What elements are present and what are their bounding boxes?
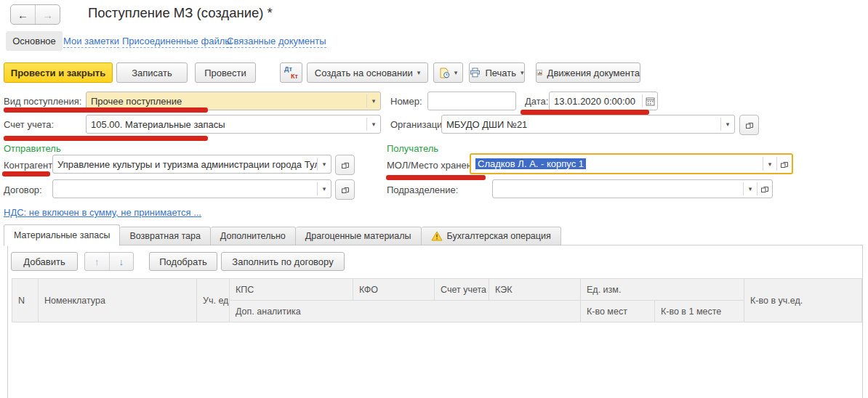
chevron-down-icon: ▾ bbox=[521, 70, 524, 76]
date-label: Дата: bbox=[525, 96, 548, 107]
move-up-button[interactable]: ↑ bbox=[85, 253, 110, 270]
dropdown-icon[interactable]: ▾ bbox=[367, 121, 380, 128]
col-header-qty-per-place: К-во в 1 месте bbox=[655, 301, 744, 322]
organization-field[interactable]: МБУДО ДШИ №21 ▾ bbox=[441, 115, 735, 134]
chevron-down-icon: ▾ bbox=[417, 70, 421, 76]
number-field[interactable] bbox=[427, 92, 516, 110]
mol-open-button[interactable] bbox=[777, 160, 792, 168]
counterparty-field[interactable]: Управление культуры и туризма администра… bbox=[52, 155, 331, 174]
back-button[interactable]: ← bbox=[11, 5, 36, 24]
col-header-kek: КЭК bbox=[489, 279, 581, 301]
fill-by-contract-button[interactable]: Заполнить по договору bbox=[221, 252, 345, 271]
department-field[interactable]: ▾ bbox=[492, 179, 773, 198]
col-header-account: Счет учета bbox=[435, 279, 489, 301]
annotation-underline-counterparty bbox=[2, 171, 50, 176]
contract-label: Договор: bbox=[4, 184, 42, 195]
annotation-underline-account bbox=[4, 136, 208, 141]
scheduled-document-button[interactable]: ▾ bbox=[433, 62, 463, 83]
col-header-n: N bbox=[12, 279, 39, 322]
dropdown-icon[interactable]: ▾ bbox=[721, 121, 734, 128]
tab-material-stocks[interactable]: Материальные запасы bbox=[4, 224, 120, 246]
open-icon bbox=[780, 160, 789, 168]
document-clock-icon bbox=[439, 68, 450, 78]
open-icon bbox=[760, 184, 769, 193]
annotation-underline-receipt-type bbox=[4, 107, 208, 113]
back-arrow-icon: ← bbox=[17, 9, 28, 21]
chevron-down-icon: ▾ bbox=[454, 70, 458, 76]
move-row-buttons: ↑ ↓ bbox=[84, 252, 134, 271]
tab-accounting-operation[interactable]: Бухгалтерская операция bbox=[422, 227, 561, 245]
move-down-button[interactable]: ↓ bbox=[110, 253, 134, 270]
col-header-ed-izm: Ед. изм. bbox=[581, 279, 744, 301]
document-tabs: Материальные запасы Возвратная тара Допо… bbox=[4, 224, 561, 245]
post-button[interactable]: Провести bbox=[195, 62, 256, 83]
page-title: Поступление МЗ (создание) * bbox=[88, 5, 273, 21]
col-header-nomenclature: Номенклатура bbox=[39, 279, 197, 322]
contract-open-button[interactable] bbox=[335, 179, 355, 200]
receipt-type-label: Вид поступления: bbox=[4, 96, 81, 107]
dropdown-icon[interactable]: ▾ bbox=[367, 97, 380, 105]
create-based-on-button[interactable]: Создать на основании ▾ bbox=[307, 62, 428, 83]
print-button[interactable]: Печать ▾ bbox=[469, 62, 525, 83]
open-icon bbox=[745, 121, 754, 129]
department-label: Подразделение: bbox=[387, 184, 458, 195]
material-stocks-panel: Добавить ↑ ↓ Подобрать Заполнить по дого… bbox=[7, 245, 863, 398]
department-open-button[interactable] bbox=[758, 184, 772, 193]
tab-precious-materials[interactable]: Драгоценные материалы bbox=[296, 227, 422, 245]
forward-button[interactable]: → bbox=[36, 5, 60, 24]
annotation-underline-mol bbox=[386, 175, 486, 180]
kt-icon: Кт bbox=[291, 73, 298, 80]
post-and-close-button[interactable]: Провести и закрыть bbox=[4, 62, 113, 83]
open-icon bbox=[341, 185, 350, 194]
tab-additional[interactable]: Дополнительно bbox=[211, 227, 296, 245]
annotation-underline-date bbox=[521, 110, 649, 115]
movements-chart-icon bbox=[537, 68, 543, 78]
save-button[interactable]: Записать bbox=[116, 62, 188, 83]
pick-button[interactable]: Подобрать bbox=[149, 252, 217, 271]
document-window: ← → Поступление МЗ (создание) * Основное… bbox=[0, 0, 868, 398]
col-header-uch-ed: Уч. ед. bbox=[197, 279, 230, 322]
account-label: Счет учета: bbox=[4, 119, 54, 130]
organization-open-button[interactable] bbox=[739, 115, 759, 135]
arrow-down-icon: ↓ bbox=[119, 256, 124, 267]
dropdown-icon[interactable]: ▾ bbox=[318, 185, 331, 192]
sender-section-header: Отправитель bbox=[4, 143, 61, 154]
selected-text: Сладков Л. А. - корпус 1 bbox=[475, 158, 586, 169]
document-movements-button[interactable]: Движения документа bbox=[536, 62, 640, 83]
nav-link-attached-files[interactable]: Присоединенные файлы bbox=[122, 36, 232, 48]
counterparty-label: Контрагент: bbox=[4, 160, 55, 171]
nav-link-related-documents[interactable]: Связанные документы bbox=[227, 36, 326, 48]
receiver-section-header: Получатель bbox=[387, 143, 438, 154]
dtkt-button[interactable]: Дт Кт bbox=[280, 62, 302, 83]
nav-tab-main[interactable]: Основное bbox=[6, 31, 63, 51]
mol-storage-field[interactable]: Сладков Л. А. - корпус 1 ▾ bbox=[470, 153, 793, 174]
dropdown-icon[interactable]: ▾ bbox=[763, 161, 776, 168]
open-icon bbox=[341, 161, 350, 169]
dt-icon: Дт bbox=[284, 65, 292, 73]
calendar-button[interactable] bbox=[643, 97, 657, 106]
items-table: N Номенклатура Уч. ед. КПС КФО Счет учет… bbox=[12, 278, 862, 322]
dropdown-icon[interactable]: ▾ bbox=[744, 185, 757, 192]
arrow-up-icon: ↑ bbox=[95, 256, 100, 267]
date-field[interactable]: 13.01.2020 0:00:00 bbox=[549, 92, 658, 110]
forward-arrow-icon: → bbox=[42, 9, 53, 21]
col-header-kps: КПС bbox=[230, 279, 353, 301]
tab-returnable-packaging[interactable]: Возвратная тара bbox=[120, 227, 210, 245]
col-header-qty-places: К-во мест bbox=[581, 301, 655, 322]
contract-field[interactable]: ▾ bbox=[52, 179, 331, 198]
number-label: Номер: bbox=[390, 96, 422, 107]
col-header-qty-uch-ed: К-во в уч.ед. bbox=[744, 279, 862, 322]
col-header-kfo: КФО bbox=[353, 279, 435, 301]
calendar-icon bbox=[646, 97, 655, 106]
printer-icon bbox=[470, 68, 481, 78]
nav-link-my-notes[interactable]: Мои заметки bbox=[63, 36, 119, 48]
vat-link[interactable]: НДС: не включен в сумму, не принимается … bbox=[4, 207, 201, 218]
account-field[interactable]: 105.00. Материальные запасы ▾ bbox=[86, 115, 381, 134]
counterparty-open-button[interactable] bbox=[335, 155, 355, 175]
add-row-button[interactable]: Добавить bbox=[11, 252, 78, 271]
history-nav: ← → bbox=[10, 4, 60, 25]
dropdown-icon[interactable]: ▾ bbox=[318, 161, 331, 168]
warning-icon bbox=[431, 231, 443, 241]
col-header-dop-analytics: Доп. аналитика bbox=[230, 301, 581, 322]
